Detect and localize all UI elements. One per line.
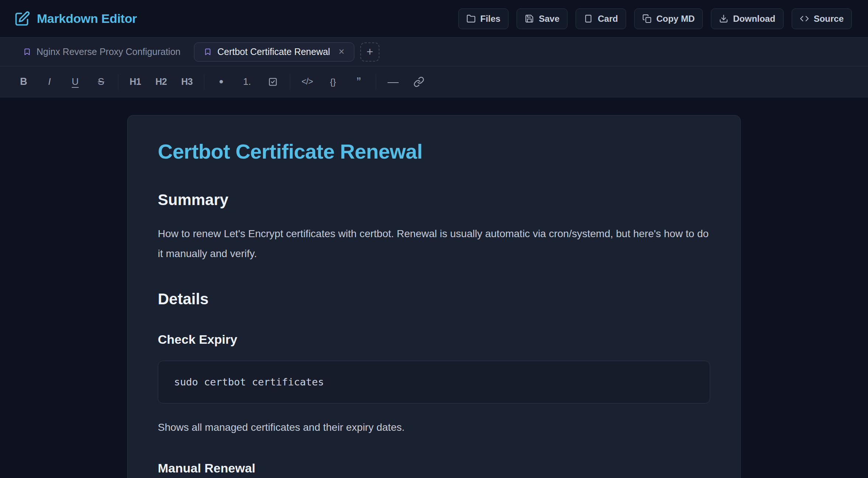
toolbar-divider [204, 74, 204, 90]
app-header: Markdown Editor Files [0, 0, 868, 38]
heading-3-button[interactable]: H3 [178, 73, 196, 91]
save-button[interactable]: Save [517, 8, 567, 29]
tab-certbot-certificate-renewal[interactable]: Certbot Certificate Renewal × [194, 42, 354, 62]
underline-button[interactable]: U [66, 73, 84, 91]
app-title: Markdown Editor [37, 11, 137, 26]
document-card[interactable]: Certbot Certificate Renewal Summary How … [127, 115, 741, 478]
check-expiry-note: Shows all managed certificates and their… [158, 418, 710, 437]
toolbar-divider [118, 74, 118, 90]
save-icon [525, 14, 534, 23]
bullet-list-button[interactable]: • [212, 73, 230, 91]
heading-1-button[interactable]: H1 [126, 73, 144, 91]
ordered-list-button[interactable]: 1. [238, 73, 256, 91]
code-block: sudo certbot certificates [158, 361, 710, 403]
files-button[interactable]: Files [458, 8, 509, 29]
blockquote-button[interactable]: ” [350, 73, 368, 91]
strikethrough-button[interactable]: S [92, 73, 110, 91]
files-button-label: Files [480, 14, 501, 24]
toolbar-divider [290, 74, 290, 90]
bookmark-icon [204, 48, 212, 56]
code-block-button[interactable]: {} [324, 73, 342, 91]
tab-nginx-reverse-proxy-configuration[interactable]: Nginx Reverse Proxy Configuration [13, 42, 190, 62]
bookmark-icon [23, 48, 31, 56]
folder-icon [466, 14, 476, 23]
section-heading-summary: Summary [158, 190, 710, 210]
link-icon [413, 76, 424, 87]
copy-md-button[interactable]: Copy MD [634, 8, 703, 29]
download-button-label: Download [733, 14, 775, 24]
section-heading-details: Details [158, 290, 710, 309]
app-brand: Markdown Editor [14, 11, 137, 27]
tab-label: Certbot Certificate Renewal [217, 46, 330, 57]
app-root: Markdown Editor Files [0, 0, 868, 478]
link-button[interactable] [410, 73, 428, 91]
section-heading-check-expiry: Check Expiry [158, 332, 710, 347]
document-title: Certbot Certificate Renewal [158, 139, 710, 164]
card-view-button-label: Card [598, 14, 618, 24]
source-view-button[interactable]: Source [792, 8, 852, 29]
toolbar-divider [376, 74, 376, 90]
tab-bar: Nginx Reverse Proxy Configuration Certbo… [0, 38, 868, 66]
download-button[interactable]: Download [711, 8, 784, 29]
card-view-button[interactable]: Card [576, 8, 626, 29]
bold-button[interactable]: B [15, 73, 32, 91]
copy-md-button-label: Copy MD [656, 14, 695, 24]
italic-button[interactable]: I [41, 73, 58, 91]
code-icon [800, 14, 809, 23]
horizontal-rule-button[interactable]: — [384, 73, 402, 91]
save-button-label: Save [539, 14, 559, 24]
inline-code-button[interactable]: </> [298, 73, 316, 91]
heading-2-button[interactable]: H2 [152, 73, 170, 91]
header-actions: Files Save Card [458, 8, 852, 29]
checkbox-icon [268, 77, 278, 87]
download-icon [719, 14, 728, 23]
editor-area: Certbot Certificate Renewal Summary How … [0, 97, 868, 478]
source-view-button-label: Source [814, 14, 844, 24]
close-tab-icon[interactable]: × [338, 47, 344, 57]
section-heading-manual-renewal: Manual Renewal [158, 460, 710, 476]
tab-label: Nginx Reverse Proxy Configuration [37, 46, 180, 57]
task-list-button[interactable] [264, 73, 282, 91]
copy-icon [642, 14, 652, 23]
summary-paragraph: How to renew Let's Encrypt certificates … [158, 224, 710, 264]
new-tab-button[interactable]: + [360, 42, 379, 62]
code-text: sudo certbot certificates [174, 376, 324, 388]
card-icon [584, 14, 593, 23]
edit-icon [14, 11, 30, 27]
format-toolbar: B I U S H1 H2 H3 • 1. </> {} ” — [0, 66, 868, 97]
